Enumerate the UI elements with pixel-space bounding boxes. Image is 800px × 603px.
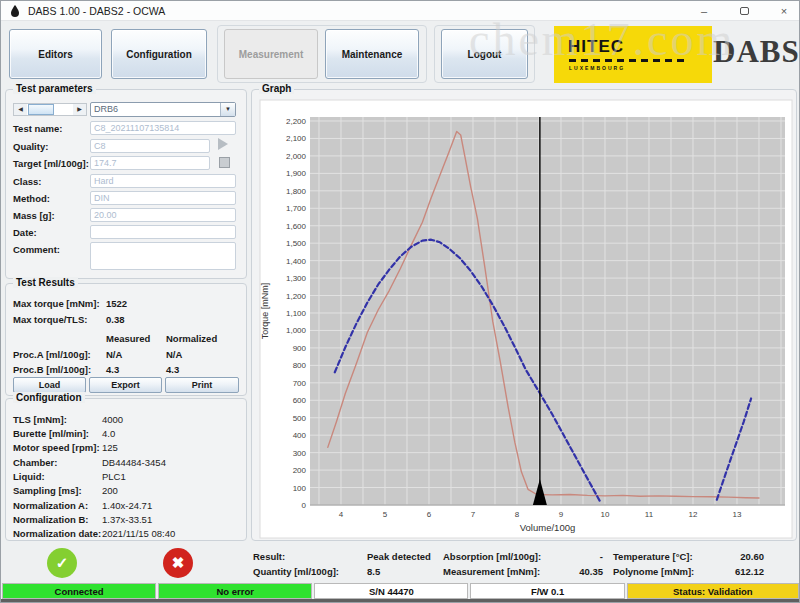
date-field[interactable] <box>90 225 236 239</box>
burette-label: Burette [ml/min]: <box>13 428 89 439</box>
test-name-label: Test name: <box>13 123 62 134</box>
liquid-value: PLC1 <box>102 471 126 482</box>
hitec-logo-bars <box>569 59 685 62</box>
test-parameters-title: Test parameters <box>13 83 96 94</box>
measurement-button: Measurement <box>224 29 318 79</box>
motor-speed-value: 125 <box>102 442 118 453</box>
status-bar: Connected No error S/N 44470 F/W 0.1 Sta… <box>2 583 799 599</box>
status-error: No error <box>158 583 312 599</box>
svg-text:1,000: 1,000 <box>286 326 307 335</box>
quality-selector[interactable]: DRB6 ▼ <box>90 102 236 117</box>
scroll-right-icon[interactable]: ▶ <box>73 104 86 115</box>
scroll-left-icon[interactable]: ◀ <box>14 104 27 115</box>
svg-text:10: 10 <box>601 510 610 519</box>
measurement-label: Measurement [mNm]: <box>443 566 540 577</box>
proc-a-normalized: N/A <box>166 349 182 360</box>
scrollbar-track[interactable] <box>27 104 73 115</box>
method-label: Method: <box>13 193 50 204</box>
maximize-button[interactable] <box>737 2 751 20</box>
motor-speed-label: Motor speed [rpm]: <box>13 442 100 453</box>
absorption-label: Absorption [ml/100g]: <box>443 551 541 562</box>
class-field[interactable]: Hard <box>90 174 236 188</box>
temperature-label: Temperature [°C]: <box>613 551 693 562</box>
record-scrollbar[interactable]: ◀ ▶ <box>13 103 87 116</box>
target-label: Target [ml/100g]: <box>13 158 89 169</box>
svg-text:600: 600 <box>293 396 307 405</box>
print-button[interactable]: Print <box>165 377 239 393</box>
proc-a-label: Proc.A [ml/100g]: <box>13 349 91 360</box>
class-label: Class: <box>13 176 42 187</box>
normalization-b-label: Normalization B: <box>13 514 88 525</box>
confirm-button[interactable]: ✓ <box>47 548 77 578</box>
scrollbar-thumb[interactable] <box>28 104 54 115</box>
svg-text:1,600: 1,600 <box>286 222 307 231</box>
result-label: Result: <box>253 551 285 562</box>
svg-text:2,000: 2,000 <box>286 152 307 161</box>
quantity-label: Quantity [ml/100g]: <box>253 566 339 577</box>
maintenance-button[interactable]: Maintenance <box>325 29 419 79</box>
normalization-date-value: 2021/11/15 08:40 <box>102 528 175 539</box>
configuration-title: Configuration <box>13 392 85 403</box>
svg-text:1,400: 1,400 <box>286 257 307 266</box>
svg-text:100: 100 <box>293 484 307 493</box>
svg-text:2,200: 2,200 <box>286 117 307 126</box>
svg-text:12: 12 <box>689 510 698 519</box>
svg-text:8: 8 <box>515 510 520 519</box>
svg-text:300: 300 <box>293 449 307 458</box>
stop-icon[interactable] <box>219 157 230 168</box>
max-torque-tls-value: 0.38 <box>106 314 125 325</box>
polynome-label: Polynome [mNm]: <box>613 566 694 577</box>
temperature-value: 20.60 <box>706 551 764 562</box>
graph-panel: Graph 01002003004005006007008009001,0001… <box>251 89 797 541</box>
window-title: DABS 1.00 - DABS2 - OCWA <box>28 5 165 17</box>
svg-text:1,700: 1,700 <box>286 204 307 213</box>
load-button[interactable]: Load <box>13 377 86 393</box>
configuration-button[interactable]: Configuration <box>111 29 207 79</box>
maximize-icon <box>740 7 749 15</box>
quantity-value: 8.5 <box>367 566 380 577</box>
window-bottom-edge <box>1 599 800 603</box>
svg-text:900: 900 <box>293 344 307 353</box>
date-label: Date: <box>13 227 37 238</box>
comment-label: Comment: <box>13 244 60 255</box>
result-summary: Result: Peak detected Absorption [ml/100… <box>251 551 799 581</box>
svg-text:200: 200 <box>293 466 307 475</box>
quality-selector-value: DRB6 <box>91 103 220 116</box>
proc-b-normalized: 4.3 <box>166 364 179 375</box>
normalization-a-label: Normalization A: <box>13 500 88 511</box>
svg-text:13: 13 <box>733 510 742 519</box>
chevron-down-icon[interactable]: ▼ <box>220 103 235 116</box>
svg-text:Volume/100g: Volume/100g <box>520 522 575 533</box>
target-field[interactable]: 174.7 <box>90 156 210 170</box>
quality-field[interactable]: C8 <box>90 139 210 153</box>
editors-button[interactable]: Editors <box>9 29 102 79</box>
sampling-value: 200 <box>102 485 118 496</box>
cancel-button[interactable]: ✖ <box>163 548 193 578</box>
mass-field[interactable]: 20.00 <box>90 208 236 222</box>
proc-b-label: Proc.B [ml/100g]: <box>13 364 91 375</box>
hitec-logo-text: HITEC <box>568 37 624 57</box>
droplet-icon <box>11 5 19 17</box>
result-value: Peak detected <box>367 551 431 562</box>
sampling-label: Sampling [ms]: <box>13 485 82 496</box>
svg-text:1,900: 1,900 <box>286 169 307 178</box>
measurement-value: 40.35 <box>551 566 603 577</box>
burette-value: 4.0 <box>102 428 115 439</box>
torque-volume-chart: 01002003004005006007008009001,0001,1001,… <box>252 90 798 542</box>
test-name-field[interactable]: C8_20211107135814 <box>90 121 236 135</box>
svg-text:800: 800 <box>293 361 307 370</box>
proc-b-measured: 4.3 <box>106 364 119 375</box>
close-button[interactable]: × <box>777 2 791 20</box>
method-field[interactable]: DIN <box>90 191 236 205</box>
minimize-button[interactable]: – <box>697 2 711 20</box>
svg-text:1,200: 1,200 <box>286 292 307 301</box>
svg-text:1,300: 1,300 <box>286 274 307 283</box>
play-icon[interactable] <box>218 138 228 150</box>
hitec-logo-subtext: LUXEMBOURG <box>569 65 625 71</box>
export-button[interactable]: Export <box>89 377 162 393</box>
normalization-a-value: 1.40x-24.71 <box>102 500 152 511</box>
hitec-logo: HITEC LUXEMBOURG <box>554 26 712 83</box>
logout-button[interactable]: Logout <box>441 29 528 79</box>
svg-text:5: 5 <box>383 510 388 519</box>
comment-field[interactable] <box>90 242 236 270</box>
